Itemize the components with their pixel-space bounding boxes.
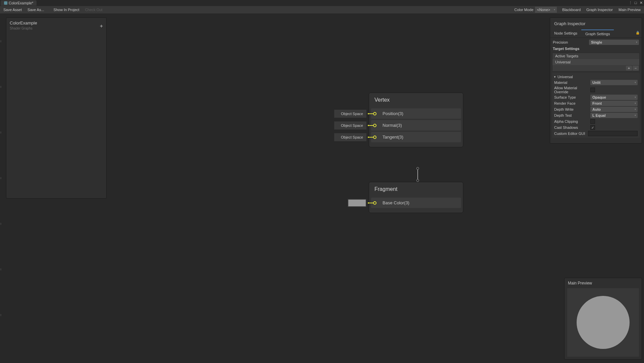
- port-input-label: Object Space: [334, 110, 366, 118]
- active-targets-label: Active Targets: [552, 53, 639, 59]
- vertex-node[interactable]: Vertex Object Space Position(3) Object S…: [369, 93, 463, 147]
- remove-target-button[interactable]: −: [633, 66, 639, 70]
- vertical-more-icon[interactable]: ⋮: [628, 1, 633, 5]
- port-label: Tangent(3): [383, 135, 403, 140]
- graph-inspector-toggle[interactable]: Graph Inspector: [584, 6, 616, 13]
- port-circle-icon[interactable]: [373, 112, 376, 115]
- fragment-node[interactable]: Fragment Base Color(3): [369, 182, 463, 213]
- vertex-position-port[interactable]: Object Space Position(3): [371, 108, 461, 119]
- main-preview-toggle[interactable]: Main Preview: [616, 6, 643, 13]
- alpha-clipping-checkbox[interactable]: [590, 119, 595, 124]
- blackboard-title: ColorExample: [10, 20, 37, 25]
- depth-test-label: Depth Test: [554, 113, 590, 117]
- save-asset-button[interactable]: Save Asset: [1, 6, 24, 13]
- shader-icon: [4, 1, 7, 5]
- allow-override-checkbox[interactable]: [590, 88, 595, 92]
- port-line-icon: [369, 125, 373, 126]
- blackboard-toggle[interactable]: Blackboard: [560, 6, 583, 13]
- maximize-icon[interactable]: □: [633, 1, 638, 5]
- save-as-button[interactable]: Save As...: [25, 6, 47, 13]
- tab-node-settings[interactable]: Node Settings: [550, 30, 581, 38]
- tab-title: ColorExample*: [9, 1, 33, 5]
- surface-type-label: Surface Type: [554, 95, 590, 99]
- port-label: Position(3): [383, 111, 403, 116]
- target-settings-header: Target Settings: [552, 45, 640, 52]
- blackboard-subtitle: Shader Graphs: [10, 27, 37, 30]
- tab-graph-settings[interactable]: Graph Settings: [581, 30, 614, 38]
- port-label: Normal(3): [383, 123, 402, 128]
- target-item-universal[interactable]: Universal: [552, 59, 639, 65]
- foldout-arrow-icon: ▼: [553, 75, 556, 79]
- color-swatch: [348, 200, 366, 206]
- port-circle-icon[interactable]: [373, 136, 376, 139]
- port-label: Base Color(3): [383, 200, 409, 205]
- fragment-basecolor-port[interactable]: Base Color(3): [371, 198, 461, 208]
- active-targets-list: Active Targets Universal + −: [552, 53, 640, 71]
- main-preview-panel[interactable]: Main Preview: [564, 278, 642, 360]
- check-out-button[interactable]: Check Out: [82, 6, 105, 13]
- depth-write-label: Depth Write: [554, 107, 590, 111]
- color-mode-dropdown[interactable]: <None>: [535, 7, 557, 13]
- allow-override-label: Allow Material Override: [554, 86, 590, 94]
- tab-colorexample[interactable]: ColorExample*: [1, 0, 37, 6]
- graph-inspector-panel[interactable]: Graph Inspector Node Settings Graph Sett…: [550, 17, 642, 144]
- universal-foldout: ▼ Universal Material Unlit Allow Materia…: [552, 73, 640, 138]
- node-connector: [416, 167, 419, 182]
- tab-bar: ColorExample* ⋮ □ ✕: [0, 0, 644, 6]
- connector-circle-icon: [416, 167, 419, 170]
- connector-circle-icon: [416, 179, 419, 182]
- port-circle-icon[interactable]: [373, 124, 376, 127]
- lock-icon[interactable]: 🔒: [636, 31, 640, 35]
- custom-editor-gui-input[interactable]: [588, 131, 638, 136]
- close-icon[interactable]: ✕: [639, 1, 643, 5]
- port-input-label: Object Space: [334, 121, 366, 129]
- depth-write-dropdown[interactable]: Auto: [590, 107, 638, 112]
- precision-label: Precision: [553, 40, 589, 44]
- material-label: Material: [554, 81, 590, 85]
- edge-marks: [0, 40, 1, 316]
- preview-sphere: [577, 296, 630, 349]
- port-line-icon: [369, 137, 373, 138]
- node-title: Vertex: [369, 93, 463, 107]
- precision-dropdown[interactable]: Single: [589, 40, 639, 45]
- port-line-icon: [369, 113, 373, 114]
- render-face-dropdown[interactable]: Front: [590, 101, 638, 106]
- blackboard-panel[interactable]: ColorExample Shader Graphs +: [6, 17, 107, 199]
- inspector-title: Graph Inspector: [550, 18, 642, 30]
- port-circle-icon[interactable]: [373, 201, 376, 205]
- universal-header-label: Universal: [558, 75, 573, 79]
- cast-shadows-checkbox[interactable]: [590, 125, 595, 130]
- vertex-normal-port[interactable]: Object Space Normal(3): [371, 120, 461, 131]
- port-line-icon: [369, 203, 373, 203]
- toolbar: Save Asset Save As... Show In Project Ch…: [0, 6, 644, 13]
- render-face-label: Render Face: [554, 101, 590, 105]
- alpha-clipping-label: Alpha Clipping: [554, 119, 590, 123]
- surface-type-dropdown[interactable]: Opaque: [590, 95, 638, 100]
- color-mode-label: Color Mode: [513, 7, 535, 12]
- material-dropdown[interactable]: Unlit: [590, 80, 638, 85]
- node-title: Fragment: [369, 182, 463, 196]
- vertex-tangent-port[interactable]: Object Space Tangent(3): [371, 132, 461, 142]
- preview-viewport[interactable]: [567, 288, 639, 357]
- connector-line-icon: [417, 170, 418, 179]
- show-in-project-button[interactable]: Show In Project: [51, 6, 82, 13]
- preview-title: Main Preview: [565, 278, 642, 288]
- depth-test-dropdown[interactable]: L Equal: [590, 113, 638, 118]
- color-swatch-input[interactable]: [348, 199, 366, 207]
- add-property-button[interactable]: +: [100, 23, 103, 29]
- add-target-button[interactable]: +: [626, 66, 632, 70]
- inspector-tabs: Node Settings Graph Settings 🔒: [550, 30, 642, 38]
- port-input-label: Object Space: [334, 133, 366, 141]
- custom-editor-gui-label: Custom Editor GUI: [554, 132, 588, 136]
- universal-foldout-header[interactable]: ▼ Universal: [553, 74, 638, 80]
- cast-shadows-label: Cast Shadows: [554, 125, 590, 129]
